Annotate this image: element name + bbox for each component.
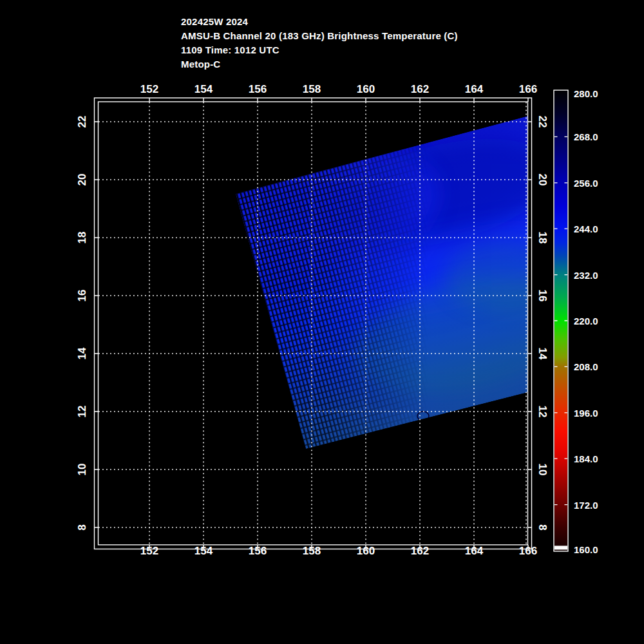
- colorbar-tick-label: 196.0: [574, 408, 598, 419]
- x-tick-label-top: 164: [465, 83, 483, 96]
- y-tick-label-left: 10: [76, 464, 89, 476]
- y-tick-label-right: 18: [536, 232, 549, 244]
- y-tick-label-left: 12: [76, 406, 89, 418]
- colorbar-tick-label: 280.0: [574, 88, 598, 99]
- x-tick-label-bottom: 152: [140, 545, 158, 558]
- y-tick-label-left: 18: [76, 232, 89, 244]
- colorbar-missing-strip: [554, 546, 567, 550]
- colorbar-tick-label: 268.0: [574, 131, 598, 142]
- y-tick-label-right: 14: [536, 348, 549, 360]
- x-tick-label-top: 156: [249, 83, 267, 96]
- y-tick-label-right: 16: [536, 290, 549, 302]
- y-tick-label-right: 20: [536, 174, 549, 186]
- x-tick-label-top: 152: [140, 83, 158, 96]
- y-tick-label-left: 16: [76, 290, 89, 302]
- colorbar-tick-label: 160.0: [574, 544, 598, 555]
- x-tick-label-top: 158: [303, 83, 321, 96]
- colorbar-tick-label: 244.0: [574, 223, 598, 234]
- y-tick-label-left: 22: [76, 116, 89, 128]
- colorbar-tick-label: 184.0: [574, 453, 598, 464]
- colorbar-tick-label: 232.0: [574, 270, 598, 281]
- y-tick-label-right: 10: [536, 464, 549, 476]
- green-tint-patch: [444, 242, 567, 312]
- x-tick-label-bottom: 164: [465, 545, 483, 558]
- x-tick-label-bottom: 166: [519, 545, 537, 558]
- colorbar-tick-label: 220.0: [574, 316, 598, 327]
- scanline-hatching: [219, 103, 451, 477]
- x-tick-label-bottom: 154: [194, 545, 213, 558]
- map-plot: [0, 0, 644, 644]
- y-tick-label-left: 8: [76, 524, 89, 530]
- x-tick-label-bottom: 160: [357, 545, 375, 558]
- x-tick-label-top: 160: [357, 83, 375, 96]
- x-tick-label-top: 166: [519, 83, 537, 96]
- y-tick-label-left: 20: [76, 174, 89, 186]
- y-tick-label-right: 12: [536, 406, 549, 418]
- x-tick-label-top: 162: [411, 83, 429, 96]
- y-tick-label-right: 22: [536, 116, 549, 128]
- y-tick-label-left: 14: [76, 348, 89, 360]
- colorbar-tick-label: 172.0: [574, 500, 598, 511]
- colorbar-tick-label: 208.0: [574, 361, 598, 372]
- colorbar: [554, 90, 568, 551]
- satellite-plot-page: 202425W 2024 AMSU-B Channel 20 (183 GHz)…: [0, 0, 644, 644]
- colorbar-tick-label: 256.0: [574, 178, 598, 189]
- y-tick-label-right: 8: [536, 524, 549, 530]
- x-tick-label-top: 154: [194, 83, 213, 96]
- x-tick-label-bottom: 158: [303, 545, 321, 558]
- x-tick-label-bottom: 162: [411, 545, 429, 558]
- x-tick-label-bottom: 156: [249, 545, 267, 558]
